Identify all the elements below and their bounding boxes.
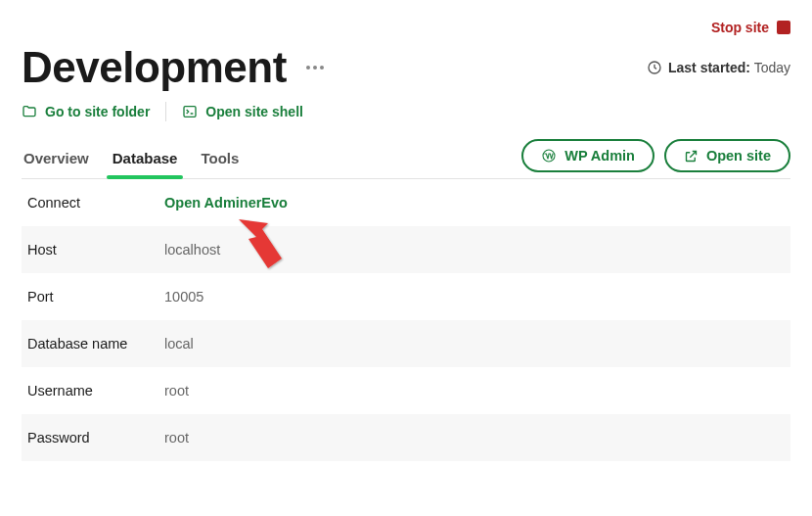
host-label: Host <box>27 242 164 258</box>
site-menu-button[interactable] <box>300 60 330 75</box>
wordpress-icon <box>541 148 557 164</box>
wp-admin-label: WP Admin <box>564 148 635 164</box>
last-started-label: Last started: <box>668 60 750 75</box>
wp-admin-button[interactable]: WP Admin <box>521 139 654 172</box>
last-started-value: Today <box>754 60 790 75</box>
svg-rect-1 <box>184 107 196 117</box>
port-value: 10005 <box>164 289 203 305</box>
stop-site-label: Stop site <box>711 20 769 35</box>
tab-overview[interactable]: Overview <box>22 140 91 178</box>
password-value: root <box>164 430 189 446</box>
connect-label: Connect <box>27 195 164 211</box>
host-value: localhost <box>164 242 220 258</box>
open-shell-label: Open site shell <box>205 104 303 119</box>
row-username: Username root <box>22 367 790 414</box>
open-shell-link[interactable]: Open site shell <box>182 104 303 119</box>
username-label: Username <box>27 383 164 399</box>
row-dbname: Database name local <box>22 320 790 367</box>
stop-icon <box>777 21 790 34</box>
dbname-value: local <box>164 336 194 352</box>
folder-icon <box>22 104 37 119</box>
go-to-folder-link[interactable]: Go to site folder <box>22 104 150 119</box>
tab-tools[interactable]: Tools <box>199 140 241 178</box>
divider <box>165 102 166 121</box>
stop-site-button[interactable]: Stop site <box>711 20 790 35</box>
open-site-button[interactable]: Open site <box>664 139 790 172</box>
open-adminerevo-link[interactable]: Open AdminerEvo <box>164 195 288 211</box>
last-started: Last started: Today <box>647 60 790 75</box>
dbname-label: Database name <box>27 336 164 352</box>
row-connect: Connect Open AdminerEvo <box>22 179 790 226</box>
clock-icon <box>647 60 662 75</box>
external-link-icon <box>684 149 699 164</box>
username-value: root <box>164 383 189 399</box>
row-port: Port 10005 <box>22 273 790 320</box>
password-label: Password <box>27 430 164 446</box>
row-password: Password root <box>22 414 790 461</box>
terminal-icon <box>182 104 198 119</box>
row-host: Host localhost <box>22 226 790 273</box>
port-label: Port <box>27 289 164 305</box>
tab-database[interactable]: Database <box>111 140 180 178</box>
go-to-folder-label: Go to site folder <box>45 104 150 119</box>
site-title: Development <box>22 43 287 92</box>
open-site-label: Open site <box>706 148 771 164</box>
